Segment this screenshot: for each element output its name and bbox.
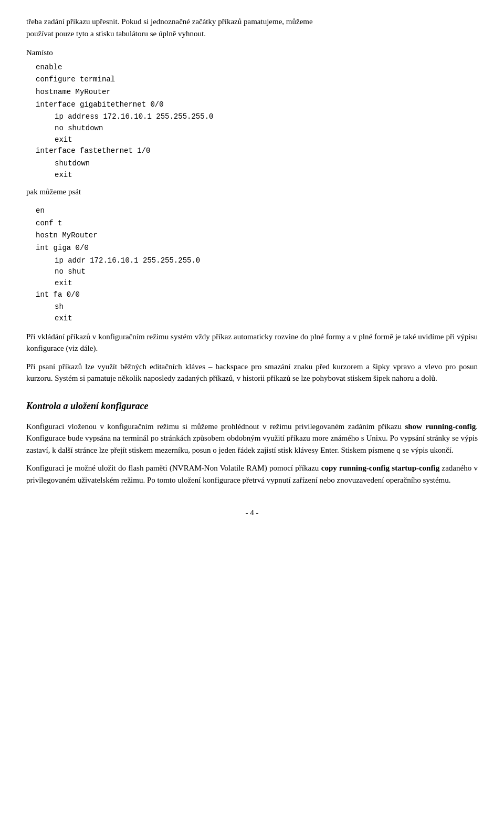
section-heading-kontrola: Kontrola a uložení konfigurace xyxy=(26,399,478,413)
paragraph-auto-expand: Při vkládání příkazů v konfiguračním rež… xyxy=(26,331,478,355)
code-line-int-fa: int fa 0/0 xyxy=(36,289,478,301)
paragraph-editing-keys: Při psaní příkazů lze využít běžných edi… xyxy=(26,361,478,384)
intro-line2: používat pouze tyto a stisku tabulátoru … xyxy=(26,29,206,38)
paragraph-copy-running: Konfiguraci je možné uložit do flash pam… xyxy=(26,462,478,486)
code-line-conf-t: conf t xyxy=(36,218,478,230)
copy-running-config-command: copy running-config startup-config xyxy=(321,464,439,472)
namisto-section: Namísto enable configure terminal hostna… xyxy=(26,47,478,325)
paragraph-show-running: Konfiguraci vloženou v konfiguračním rež… xyxy=(26,421,478,456)
code-line-sh: sh xyxy=(55,301,478,313)
code-line-interface-giga: interface gigabitethernet 0/0 xyxy=(36,99,478,111)
code-line-enable: enable xyxy=(36,62,478,74)
show-running-config-command: show running-config xyxy=(405,422,476,431)
code-line-ip-addr: ip addr 172.16.10.1 255.255.255.0 xyxy=(55,255,478,267)
code-line-ip-address: ip address 172.16.10.1 255.255.255.0 xyxy=(55,111,478,123)
page-number: - 4 - xyxy=(26,507,478,519)
code-line-shutdown: shutdown xyxy=(55,158,478,170)
code-line-interface-fa: interface fastethernet 1/0 xyxy=(36,145,478,157)
code-line-en: en xyxy=(36,205,478,217)
code-line-hostn: hostn MyRouter xyxy=(36,230,478,242)
code-line-configure: configure terminal xyxy=(36,74,478,86)
code-line-exit4: exit xyxy=(55,313,478,325)
code-line-exit3: exit xyxy=(55,278,478,289)
code-line-int-giga: int giga 0/0 xyxy=(36,243,478,254)
code-line-exit2: exit xyxy=(55,170,478,181)
section-p2-before: Konfiguraci je možné uložit do flash pam… xyxy=(26,464,321,472)
code-line-no-shutdown: no shutdown xyxy=(55,123,478,134)
pak-mozeme-label: pak můžeme psát xyxy=(26,186,478,198)
code-line-hostname: hostname MyRouter xyxy=(36,87,478,98)
intro-paragraph: třeba zadání příkazu upřesnit. Pokud si … xyxy=(26,16,478,39)
code-line-no-shut: no shut xyxy=(55,266,478,278)
code-block-1: enable configure terminal hostname MyRou… xyxy=(36,62,478,181)
intro-line1: třeba zadání příkazu upřesnit. Pokud si … xyxy=(26,17,313,26)
code-block-2: en conf t hostn MyRouter int giga 0/0 ip… xyxy=(36,205,478,325)
section-p1-before: Konfiguraci vloženou v konfiguračním rež… xyxy=(26,422,405,431)
code-line-exit1: exit xyxy=(55,134,478,146)
namisto-label: Namísto xyxy=(26,47,478,59)
